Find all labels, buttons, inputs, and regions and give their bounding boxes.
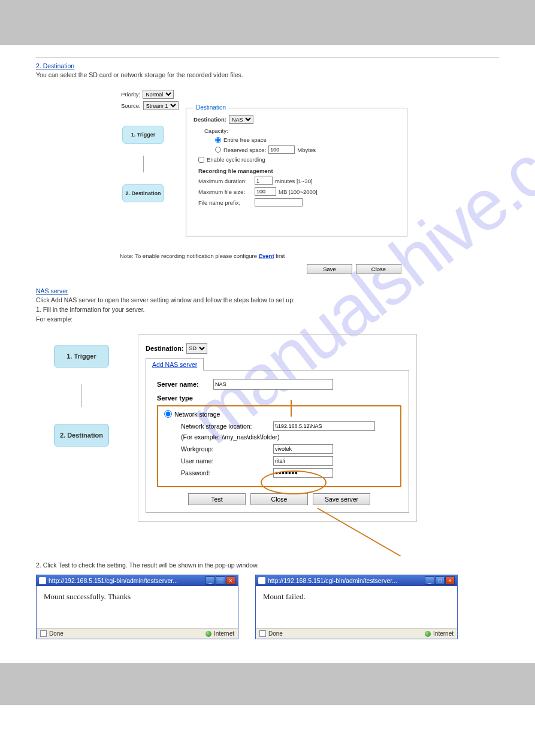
status-zone: Internet [214, 630, 234, 637]
source-label: Source: [121, 102, 141, 109]
dest-label-2: Destination: [146, 345, 184, 352]
section-desc: You can select the SD card or network st… [36, 71, 499, 79]
popup-url-2: http://192.168.5.151/cgi-bin/admin/tests… [268, 577, 397, 584]
maxsize-input[interactable] [255, 187, 276, 196]
close-button[interactable]: Close [356, 264, 401, 274]
pw-input[interactable] [273, 468, 333, 478]
screenshot-nas: 1. Trigger 2. Destination Destination: S… [36, 334, 499, 549]
maxdur-input[interactable] [255, 177, 273, 185]
nas-desc-3: For example: [36, 315, 499, 323]
step-destination[interactable]: 2. Destination [122, 184, 164, 202]
reserved-input[interactable] [268, 145, 295, 154]
globe-icon [425, 631, 431, 637]
status-zone-2: Internet [433, 630, 454, 637]
section-heading-nas: NAS server [36, 287, 68, 294]
done-icon [259, 630, 266, 637]
step-destination-2[interactable]: 2. Destination [54, 424, 109, 447]
popup-body-2: Mount failed. [256, 586, 457, 628]
step-connector-2 [81, 384, 82, 407]
dest-label: Destination: [194, 116, 226, 123]
screenshot-destination: Priority: Normal Source: Stream 1 1. Tri… [120, 90, 413, 269]
prefix-input[interactable] [255, 198, 303, 207]
radio-network-storage-label: Network storage [174, 411, 220, 418]
rec-mgmt-label: Recording file management [198, 168, 400, 174]
dest-select[interactable]: NAS [229, 115, 253, 124]
un-label: User name: [181, 457, 271, 464]
popup-success: http://192.168.5.151/cgi-bin/admin/tests… [36, 575, 238, 639]
prefix-label: File name prefix: [198, 199, 252, 206]
event-link[interactable]: Event [259, 253, 274, 259]
popup-titlebar-2: http://192.168.5.151/cgi-bin/admin/tests… [256, 575, 457, 586]
destination-fieldset: Destination Destination: NAS Capacity: E… [186, 108, 407, 236]
servertype-label: Server type [157, 394, 401, 402]
highlighted-box: Network storage Network storage location… [157, 405, 401, 487]
note-line: Note: To enable recording notification p… [120, 253, 407, 259]
wg-label: Workgroup: [181, 445, 271, 453]
save-button[interactable]: Save [307, 264, 352, 274]
servername-input[interactable] [213, 379, 333, 390]
status-done: Done [49, 630, 64, 637]
cyclic-label: Enable cyclic recording [207, 156, 265, 163]
maxsize-unit: MB [100~2000] [279, 189, 318, 195]
radio-reserved[interactable] [215, 147, 221, 153]
pw-label: Password: [181, 469, 271, 476]
close-icon[interactable]: × [445, 576, 455, 585]
step-trigger[interactable]: 1. Trigger [122, 126, 164, 144]
ie-icon [258, 577, 265, 584]
cyclic-checkbox[interactable] [198, 157, 204, 163]
section-heading-destination[interactable]: 2. Destination [36, 62, 74, 69]
popup-statusbar-2: Done Internet [256, 628, 457, 639]
maxsize-label: Maximum file size: [198, 189, 252, 195]
wg-input[interactable] [273, 444, 333, 454]
radio-network-storage[interactable] [164, 410, 172, 418]
popup-url: http://192.168.5.151/cgi-bin/admin/tests… [49, 577, 178, 584]
minimize-icon[interactable]: _ [205, 576, 215, 585]
source-select[interactable]: Stream 1 [143, 101, 179, 110]
servername-label: Server name: [157, 381, 211, 388]
reserved-unit: Mbytes [297, 147, 316, 153]
un-input[interactable] [273, 456, 333, 466]
loc-label: Network storage location: [181, 423, 271, 430]
loc-input[interactable] [273, 421, 375, 431]
status-done-2: Done [268, 630, 283, 637]
popup-body: Mount successfully. Thanks [37, 586, 238, 628]
radio-entire-free[interactable] [215, 137, 221, 143]
ie-icon [39, 577, 46, 584]
popup-titlebar: http://192.168.5.151/cgi-bin/admin/tests… [37, 575, 238, 586]
radio-entire-free-label: Entire free space [223, 136, 267, 143]
top-banner [0, 0, 535, 45]
close-button-2[interactable]: Close [250, 493, 308, 505]
bottom-banner [0, 663, 535, 705]
popup-fail: http://192.168.5.151/cgi-bin/admin/tests… [255, 575, 458, 639]
tab-add-nas[interactable]: Add NAS server [146, 358, 204, 371]
maximize-icon[interactable]: □ [216, 576, 225, 585]
priority-select[interactable]: Normal [143, 90, 174, 99]
loc-example: (For example: \\my_nas\disk\folder) [181, 433, 394, 441]
capacity-label: Capacity: [204, 127, 400, 134]
radio-reserved-label: Reserved space: [223, 147, 266, 153]
divider [36, 57, 499, 57]
nas-desc-1: Click Add NAS server to open the server … [36, 296, 499, 304]
dest-select-2[interactable]: SD [186, 343, 207, 354]
close-icon[interactable]: × [226, 576, 235, 585]
maximize-icon[interactable]: □ [435, 576, 445, 585]
maxdur-unit: minutes [1~30] [275, 178, 313, 184]
popup-statusbar: Done Internet [37, 628, 238, 639]
fieldset-legend: Destination [194, 104, 228, 111]
save-server-button[interactable]: Save server [313, 493, 370, 505]
test-desc: 2. Click Test to check the setting. The … [36, 561, 499, 569]
step-connector [143, 156, 144, 172]
globe-icon [205, 631, 211, 637]
maxdur-label: Maximum duration: [198, 178, 252, 184]
nas-desc-2: 1. Fill in the information for your serv… [36, 305, 499, 314]
minimize-icon[interactable]: _ [425, 576, 434, 585]
test-button[interactable]: Test [188, 493, 246, 505]
done-icon [40, 630, 47, 637]
step-trigger-2[interactable]: 1. Trigger [54, 345, 109, 368]
priority-label: Priority: [121, 91, 140, 98]
nas-panel: Destination: SD Add NAS server Server na… [138, 334, 417, 522]
